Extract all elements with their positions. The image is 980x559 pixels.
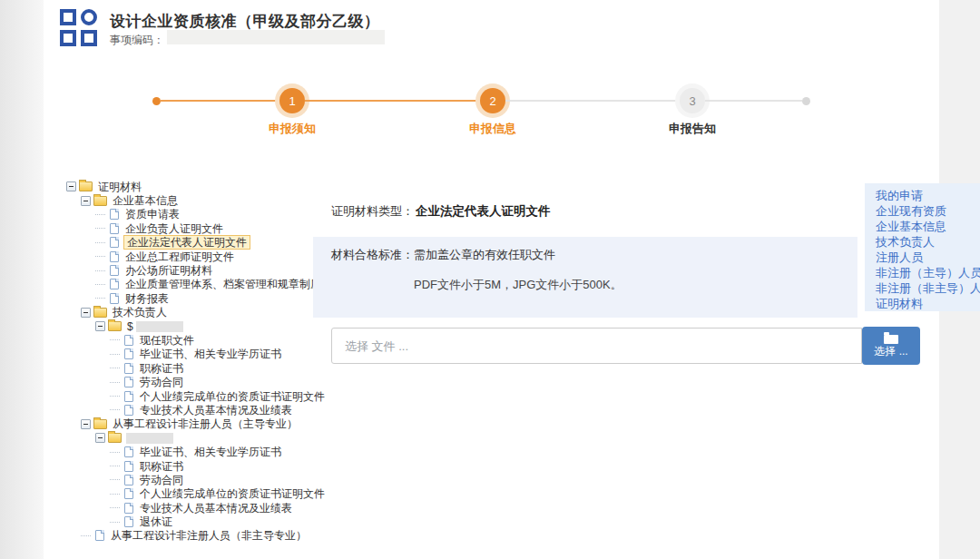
step-1-label: 申报须知	[238, 121, 347, 137]
tree-node[interactable]: 职称证书	[66, 459, 329, 473]
tree-node-label[interactable]: 专业技术人员基本情况及业绩表	[138, 404, 294, 417]
tree-node-label[interactable]: 证明材料	[96, 181, 143, 193]
tree-node[interactable]: 企业总工程师证明文件	[66, 250, 329, 263]
standards-line: 材料合格标准：需加盖公章的有效任职文件	[331, 247, 555, 263]
tree-collapse-icon[interactable]	[81, 196, 91, 206]
tree-node[interactable]: 现任职文件	[66, 333, 329, 347]
tree-node-label[interactable]: 企业质量管理体系、档案管理和规章制度	[123, 278, 323, 290]
file-icon	[124, 348, 133, 359]
standards-box: 材料合格标准：需加盖公章的有效任职文件 PDF文件小于5M，JPG文件小于500…	[313, 237, 858, 318]
side-nav: 我的申请企业现有资质企业基本信息技术负责人注册人员非注册（主导）人员非注册（非主…	[865, 183, 980, 311]
file-icon	[124, 475, 133, 485]
tree-node[interactable]: 个人业绩完成单位的资质证书证明文件	[66, 487, 329, 501]
tree-connector	[95, 242, 105, 243]
file-icon	[124, 405, 133, 416]
tree-node[interactable]: 专业技术人员基本情况及业绩表	[66, 501, 329, 515]
file-icon	[110, 293, 119, 304]
tree-node[interactable]: 企业质量管理体系、档案管理和规章制度	[66, 278, 329, 291]
tree-node[interactable]: 职称证书	[66, 361, 329, 375]
logo-square	[81, 30, 97, 46]
tree-node[interactable]: 劳动合同	[66, 375, 329, 388]
tree-node-label[interactable]: 办公场所证明材料	[123, 264, 214, 277]
stepper-segment	[305, 100, 480, 102]
nav-link[interactable]: 我的申请	[876, 188, 980, 203]
tree-node-label[interactable]: 劳动合同	[138, 376, 185, 388]
tree-node-label[interactable]: 企业总工程师证明文件	[123, 250, 236, 263]
redacted-text	[136, 321, 183, 332]
tree-node[interactable]: 办公场所证明材料	[66, 263, 329, 277]
file-input[interactable]	[331, 328, 862, 364]
file-icon	[110, 209, 119, 220]
tree-collapse-icon[interactable]	[81, 419, 91, 429]
tree-connector	[110, 339, 120, 340]
tree-node-label[interactable]: 现任职文件	[138, 334, 196, 347]
nav-link[interactable]: 非注册（主导）人员	[876, 265, 980, 280]
nav-link[interactable]: 注册人员	[876, 250, 980, 265]
step-3-label: 申报告知	[638, 121, 747, 137]
tree-node[interactable]: 企业基本信息	[66, 193, 329, 207]
tree-node-label[interactable]: 技术负责人	[111, 306, 169, 319]
tree-node-label[interactable]: 职称证书	[138, 362, 185, 375]
app-logo-icon	[60, 9, 100, 49]
tree-connector	[95, 228, 105, 229]
tree-node-label[interactable]: 资质申请表	[123, 208, 181, 221]
nav-link[interactable]: 企业现有资质	[876, 203, 980, 219]
tree-node-label[interactable]: 职称证书	[138, 460, 185, 473]
tree-node-label[interactable]: 企业基本信息	[111, 194, 180, 207]
tree-node-label[interactable]: 财务报表	[123, 292, 171, 305]
tree-node[interactable]: 从事工程设计非注册人员（非主导专业）	[66, 529, 329, 543]
tree-node-label[interactable]: 毕业证书、相关专业学历证书	[138, 446, 283, 458]
tree-node-label[interactable]: 劳动合同	[138, 474, 185, 486]
tree-node[interactable]: 技术负责人	[66, 306, 329, 319]
tree-node[interactable]: 毕业证书、相关专业学历证书	[66, 445, 329, 458]
nav-link[interactable]: 非注册（非主导）人员	[876, 280, 980, 296]
tree-node[interactable]: 劳动合同	[66, 473, 329, 486]
tree-connector	[110, 479, 120, 480]
tree-node-label[interactable]: 专业技术人员基本情况及业绩表	[138, 502, 294, 515]
file-icon	[110, 279, 119, 289]
file-icon	[110, 251, 119, 262]
tree-node-label[interactable]: 退休证	[138, 515, 174, 528]
tree-node-label[interactable]: 企业负责人证明文件	[123, 222, 225, 235]
nav-link[interactable]: 技术负责人	[876, 234, 980, 250]
page: 设计企业资质核准（甲级及部分乙级） 事项编码： 1 2 3 申报须知 申报信息 …	[0, 0, 980, 559]
tree-connector	[110, 452, 120, 453]
folder-icon	[108, 321, 122, 331]
step-2-label: 申报信息	[438, 121, 547, 137]
tree-node[interactable]: $	[66, 319, 329, 333]
tree-node-label[interactable]: 企业法定代表人证明文件	[123, 235, 250, 250]
tree-node-label[interactable]: $	[125, 320, 135, 333]
step-2-circle[interactable]: 2	[480, 88, 505, 113]
tree-node-label[interactable]: 从事工程设计非注册人员（主导专业）	[111, 417, 299, 430]
tree-node[interactable]: 企业法定代表人证明文件	[66, 236, 329, 250]
tree-connector	[110, 409, 120, 410]
tree-node[interactable]	[66, 431, 329, 445]
left-margin	[0, 0, 44, 559]
nav-link[interactable]: 证明材料	[876, 296, 980, 311]
tree-node[interactable]: 财务报表	[66, 291, 329, 305]
tree-collapse-icon[interactable]	[81, 308, 91, 318]
step-1-circle[interactable]: 1	[279, 88, 305, 113]
tree-node[interactable]: 专业技术人员基本情况及业绩表	[66, 403, 329, 417]
tree-node[interactable]: 企业负责人证明文件	[66, 221, 329, 235]
tree-collapse-icon[interactable]	[66, 181, 76, 191]
tree-node-label[interactable]: 毕业证书、相关专业学历证书	[138, 348, 283, 360]
tree-node[interactable]: 毕业证书、相关专业学历证书	[66, 348, 329, 361]
tree-node[interactable]: 个人业绩完成单位的资质证书证明文件	[66, 389, 329, 403]
tree-connector	[95, 298, 105, 299]
tree-node-label[interactable]: 个人业绩完成单位的资质证书证明文件	[138, 390, 327, 403]
tree-node-label[interactable]: 个人业绩完成单位的资质证书证明文件	[138, 487, 327, 500]
tree-collapse-icon[interactable]	[95, 321, 105, 331]
tree-node[interactable]: 资质申请表	[66, 208, 329, 221]
tree-node[interactable]: 证明材料	[66, 180, 329, 193]
choose-file-button[interactable]: 选择 ...	[862, 327, 920, 365]
tree-node-label[interactable]: 从事工程设计非注册人员（非主导专业）	[109, 529, 309, 542]
nav-link[interactable]: 企业基本信息	[876, 219, 980, 234]
file-icon	[124, 377, 133, 387]
file-icon	[124, 363, 133, 374]
material-type-row: 证明材料类型：企业法定代表人证明文件	[331, 203, 551, 220]
step-3-circle[interactable]: 3	[680, 88, 705, 113]
tree-node[interactable]: 退休证	[66, 515, 329, 528]
tree-collapse-icon[interactable]	[95, 433, 105, 443]
tree-node[interactable]: 从事工程设计非注册人员（主导专业）	[66, 417, 329, 431]
